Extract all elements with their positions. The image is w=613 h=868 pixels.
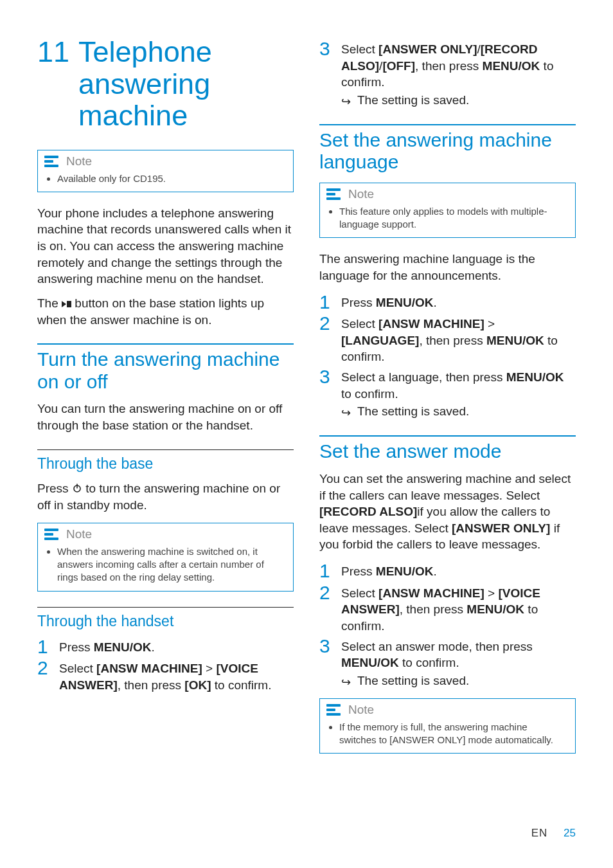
step-list: 1Press MENU/OK. 2Select [ANSW MACHINE] >…: [319, 292, 576, 402]
note-label: Note: [348, 703, 374, 717]
intro-paragraph-2: The button on the base station lights up…: [37, 295, 294, 328]
subsection-handset: Through the handset: [37, 607, 294, 630]
result-line: ↪The setting is saved.: [341, 404, 576, 420]
step-list: 1Press MENU/OK. 2Select [ANSW MACHINE] >…: [37, 637, 294, 694]
note-icon: [325, 187, 342, 201]
note-text: When the answering machine is switched o…: [57, 545, 284, 584]
subsection-body: Press to turn the answering machine on o…: [37, 480, 294, 514]
note-box: Note This feature only applies to models…: [319, 183, 576, 239]
section-heading-onoff: Turn the answering machine on or off: [37, 343, 294, 393]
note-icon: [43, 527, 60, 541]
footer-page-number: 25: [564, 827, 576, 839]
step-item: 1Press MENU/OK.: [37, 637, 294, 657]
step-item: 1Press MENU/OK.: [319, 561, 576, 581]
note-box: Note Available only for CD195.: [37, 150, 294, 192]
result-line: ↪The setting is saved.: [341, 93, 576, 109]
note-label: Note: [66, 154, 92, 168]
note-label: Note: [348, 187, 374, 201]
chapter-heading: 11 Telephone answering machine: [37, 36, 294, 132]
footer-language: EN: [531, 827, 548, 839]
subsection-base: Through the base: [37, 449, 294, 473]
intro-paragraph: Your phone includes a telephone answerin…: [37, 205, 294, 287]
right-column: 3Select [ANSWER ONLY]/[RECORD ALSO]/[OFF…: [319, 36, 576, 766]
note-text: Available only for CD195.: [57, 172, 284, 185]
section-body: You can turn the answering machine on or…: [37, 401, 294, 433]
step-item: 3Select a language, then press MENU/OK t…: [319, 366, 576, 402]
page-footer: EN 25: [531, 827, 576, 840]
left-column: 11 Telephone answering machine Note Avai…: [37, 36, 294, 766]
play-stop-icon: [62, 301, 71, 307]
step-item: 1Press MENU/OK.: [319, 292, 576, 312]
note-icon: [325, 703, 342, 717]
power-icon: [72, 481, 82, 498]
result-line: ↪The setting is saved.: [341, 674, 576, 689]
section-heading-language: Set the answering machine language: [319, 124, 576, 174]
step-item: 3Select [ANSWER ONLY]/[RECORD ALSO]/[OFF…: [319, 39, 576, 91]
section-body: You can set the answering machine and se…: [319, 471, 576, 553]
step-list-continued: 3Select [ANSWER ONLY]/[RECORD ALSO]/[OFF…: [319, 39, 576, 91]
section-body: The answering machine language is the la…: [319, 251, 576, 284]
step-item: 2Select [ANSW MACHINE] > [LANGUAGE], the…: [319, 313, 576, 365]
step-item: 3Select an answer mode, then press MENU/…: [319, 636, 576, 671]
note-box: Note If the memory is full, the answerin…: [319, 698, 576, 754]
note-label: Note: [66, 527, 92, 541]
result-arrow-icon: ↪: [341, 404, 351, 420]
result-arrow-icon: ↪: [341, 674, 351, 689]
chapter-title: Telephone answering machine: [78, 36, 294, 132]
note-icon: [43, 154, 60, 168]
note-text: If the memory is full, the answering mac…: [339, 721, 566, 747]
step-list: 1Press MENU/OK. 2Select [ANSW MACHINE] >…: [319, 561, 576, 671]
step-item: 2Select [ANSW MACHINE] > [VOICE ANSWER],…: [319, 583, 576, 635]
note-box: Note When the answering machine is switc…: [37, 523, 294, 592]
svg-rect-1: [76, 484, 78, 488]
section-heading-mode: Set the answer mode: [319, 435, 576, 463]
result-arrow-icon: ↪: [341, 93, 351, 109]
chapter-number: 11: [37, 36, 69, 132]
note-text: This feature only applies to models with…: [339, 205, 566, 231]
step-item: 2Select [ANSW MACHINE] > [VOICE ANSWER],…: [37, 658, 294, 693]
